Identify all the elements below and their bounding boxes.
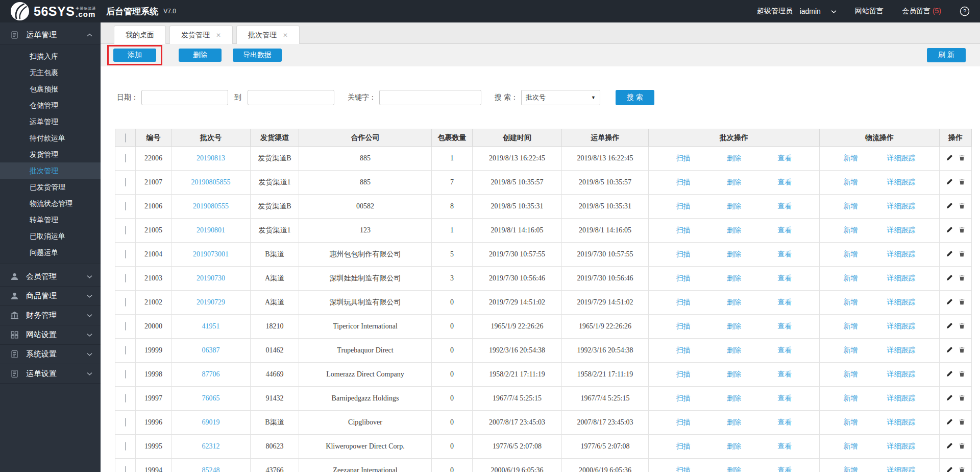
sidebar-section[interactable]: 商品管理	[0, 287, 101, 306]
sidebar-item[interactable]: 发货管理	[0, 146, 101, 162]
edit-icon[interactable]	[946, 298, 953, 307]
sidebar-section[interactable]: 财务管理	[0, 306, 101, 325]
logistics-op-link[interactable]: 新增	[844, 154, 858, 163]
logistics-op-link[interactable]: 详细跟踪	[887, 466, 916, 472]
batch-no-link[interactable]: 85248	[202, 466, 220, 472]
edit-icon[interactable]	[946, 274, 953, 283]
row-checkbox[interactable]	[125, 226, 126, 234]
row-checkbox[interactable]	[125, 394, 126, 403]
sidebar-item[interactable]: 已发货管理	[0, 179, 101, 195]
batch-no-link[interactable]: 87706	[202, 370, 220, 378]
batch-op-link[interactable]: 扫描	[676, 442, 691, 451]
batch-no-link[interactable]: 20190805855	[191, 178, 231, 186]
sidebar-item[interactable]: 扫描入库	[0, 48, 101, 64]
delete-icon[interactable]	[959, 322, 965, 331]
row-checkbox[interactable]	[125, 250, 126, 258]
delete-icon[interactable]	[959, 202, 965, 211]
sidebar-item[interactable]: 批次管理	[0, 162, 101, 179]
sidebar-item[interactable]: 运单管理	[0, 113, 101, 130]
logistics-op-link[interactable]: 详细跟踪	[887, 346, 916, 355]
search-button[interactable]: 搜 索	[616, 90, 654, 105]
sidebar-item[interactable]: 物流状态管理	[0, 195, 101, 211]
row-checkbox[interactable]	[125, 154, 126, 162]
refresh-button[interactable]: 刷 新	[927, 48, 966, 62]
row-checkbox[interactable]	[125, 370, 126, 379]
batch-op-link[interactable]: 扫描	[676, 418, 691, 427]
logistics-op-link[interactable]: 新增	[844, 442, 858, 451]
batch-op-link[interactable]: 删除	[727, 202, 741, 211]
edit-icon[interactable]	[946, 202, 953, 211]
edit-icon[interactable]	[946, 178, 953, 187]
select-all-checkbox[interactable]	[125, 133, 126, 143]
batch-op-link[interactable]: 扫描	[676, 322, 691, 331]
row-checkbox[interactable]	[125, 346, 126, 355]
add-button[interactable]: 添加	[113, 49, 156, 62]
sidebar-item[interactable]: 已取消运单	[0, 228, 101, 244]
tab[interactable]: 发货管理✕	[169, 26, 233, 44]
tab-close-icon[interactable]: ✕	[216, 32, 221, 39]
logistics-op-link[interactable]: 新增	[844, 418, 858, 427]
edit-icon[interactable]	[946, 250, 953, 259]
batch-no-link[interactable]: 20190813	[197, 154, 225, 162]
batch-no-link[interactable]: 06387	[202, 346, 220, 354]
row-checkbox[interactable]	[125, 442, 126, 451]
logistics-op-link[interactable]: 详细跟踪	[887, 298, 916, 307]
tab-active[interactable]: 批次管理✕	[236, 26, 300, 44]
edit-icon[interactable]	[946, 394, 953, 403]
batch-op-link[interactable]: 删除	[727, 178, 741, 187]
batch-no-link[interactable]: 2019080555	[193, 202, 229, 210]
logistics-op-link[interactable]: 新增	[844, 370, 858, 379]
row-checkbox[interactable]	[125, 466, 126, 472]
logistics-op-link[interactable]: 新增	[844, 394, 858, 403]
export-button[interactable]: 导出数据	[233, 49, 282, 62]
batch-op-link[interactable]: 扫描	[676, 178, 691, 187]
logistics-op-link[interactable]: 详细跟踪	[887, 202, 916, 211]
row-checkbox[interactable]	[125, 298, 126, 306]
batch-no-link[interactable]: 41951	[202, 322, 220, 330]
batch-op-link[interactable]: 扫描	[676, 394, 691, 403]
batch-op-link[interactable]: 查看	[777, 226, 792, 235]
batch-op-link[interactable]: 删除	[727, 298, 741, 307]
batch-op-link[interactable]: 扫描	[676, 154, 691, 163]
batch-op-link[interactable]: 删除	[727, 274, 741, 283]
delete-icon[interactable]	[959, 370, 965, 379]
delete-icon[interactable]	[959, 298, 965, 307]
batch-no-link[interactable]: 20190801	[197, 226, 225, 234]
delete-icon[interactable]	[959, 226, 965, 235]
sidebar-section[interactable]: 系统设置	[0, 345, 101, 364]
row-checkbox[interactable]	[125, 202, 126, 210]
delete-icon[interactable]	[959, 178, 965, 187]
sidebar-item[interactable]: 待付款运单	[0, 130, 101, 146]
edit-icon[interactable]	[946, 370, 953, 379]
batch-op-link[interactable]: 查看	[777, 394, 792, 403]
batch-op-link[interactable]: 删除	[727, 394, 741, 403]
delete-icon[interactable]	[959, 250, 965, 259]
logistics-op-link[interactable]: 新增	[844, 346, 858, 355]
row-checkbox[interactable]	[125, 418, 126, 427]
edit-icon[interactable]	[946, 346, 953, 355]
batch-op-link[interactable]: 删除	[727, 154, 741, 163]
logistics-op-link[interactable]: 新增	[844, 274, 858, 283]
logistics-op-link[interactable]: 详细跟踪	[887, 274, 916, 283]
batch-op-link[interactable]: 扫描	[676, 370, 691, 379]
batch-op-link[interactable]: 删除	[727, 322, 741, 331]
tab-close-icon[interactable]: ✕	[283, 32, 288, 39]
sidebar-section[interactable]: 运单管理	[0, 26, 101, 45]
sidebar-item[interactable]: 无主包裹	[0, 64, 101, 81]
batch-op-link[interactable]: 删除	[727, 418, 741, 427]
delete-icon[interactable]	[959, 274, 965, 283]
batch-no-link[interactable]: 2019073001	[193, 250, 229, 258]
help-icon[interactable]: ?	[960, 6, 970, 16]
logistics-op-link[interactable]: 详细跟踪	[887, 394, 916, 403]
batch-no-link[interactable]: 62312	[202, 442, 220, 450]
batch-op-link[interactable]: 扫描	[676, 250, 691, 259]
delete-icon[interactable]	[959, 466, 965, 472]
logistics-op-link[interactable]: 新增	[844, 322, 858, 331]
delete-icon[interactable]	[959, 442, 965, 451]
member-messages-link[interactable]: 会员留言(5)	[902, 7, 941, 16]
batch-op-link[interactable]: 扫描	[676, 466, 691, 472]
sidebar-section[interactable]: 运单设置	[0, 364, 101, 384]
batch-op-link[interactable]: 删除	[727, 442, 741, 451]
sidebar-item[interactable]: 转单管理	[0, 211, 101, 228]
delete-icon[interactable]	[959, 394, 965, 403]
